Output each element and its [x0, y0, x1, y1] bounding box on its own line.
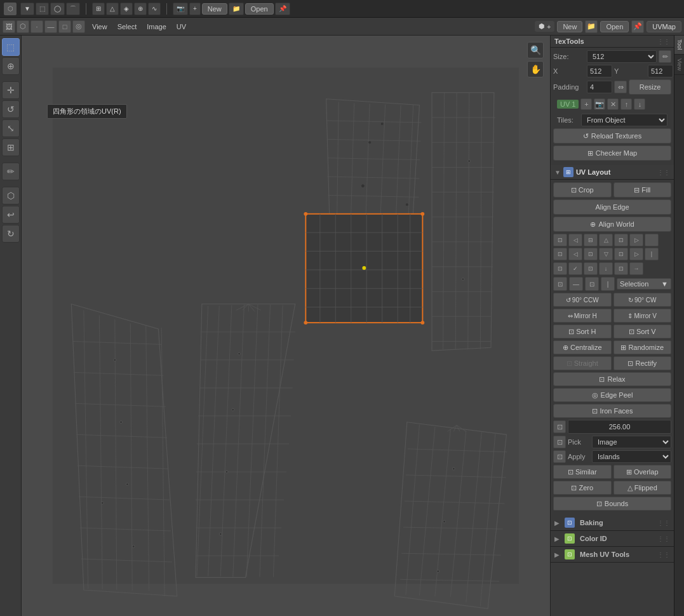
cursor-tool[interactable]: ⊕: [2, 57, 20, 75]
x-input[interactable]: [587, 65, 612, 77]
face-mode[interactable]: □: [58, 20, 71, 33]
rotate-ccw-btn[interactable]: ↺ 90° CCW: [553, 293, 612, 307]
rotate-tool[interactable]: ↺: [2, 100, 20, 118]
selection-dropdown[interactable]: Selection ▼: [617, 278, 671, 290]
viewport[interactable]: 四角形の領域のUV(R) 🔍 ✋: [22, 36, 550, 616]
color-id-header[interactable]: ▶ ⊡ Color ID ⋮⋮: [551, 531, 674, 547]
pin-btn-2[interactable]: 📌: [631, 20, 644, 33]
apply-icon[interactable]: ⊡: [553, 450, 566, 463]
sort-v-btn[interactable]: ⊡ Sort V: [614, 325, 672, 338]
align-edge-btn[interactable]: Align Edge: [553, 199, 671, 215]
tab-view[interactable]: View: [674, 55, 684, 75]
zero-btn[interactable]: ⊡ Zero: [553, 481, 612, 495]
uv-up-btn[interactable]: ↑: [620, 98, 632, 110]
relax-btn[interactable]: ⊡ Relax: [553, 372, 671, 386]
mesh-uv-header[interactable]: ▶ ⊡ Mesh UV Tools ⋮⋮: [551, 547, 674, 563]
checker-map-btn[interactable]: ⊞ Checker Map: [553, 145, 671, 161]
uv-layout-header[interactable]: ▼ ⊞ UV Layout ⋮⋮: [551, 165, 674, 180]
add-view[interactable]: +: [547, 23, 551, 30]
fill-btn[interactable]: ⊟ Fill: [614, 182, 672, 198]
randomize-btn[interactable]: ⊞ Randomize: [614, 340, 672, 354]
sel-minus-btn[interactable]: ⊡: [553, 277, 567, 291]
mesh-uv-dots[interactable]: ⋮⋮: [657, 551, 670, 558]
lasso-btn[interactable]: ⌒: [66, 3, 80, 15]
crop-btn[interactable]: ⊡ Crop: [553, 182, 612, 198]
align-world-btn[interactable]: ⊕ Align World: [553, 217, 671, 232]
new-btn-2[interactable]: New: [557, 21, 582, 32]
pin-icon[interactable]: 📌: [275, 3, 290, 15]
select-box-btn[interactable]: ⬚: [36, 3, 49, 15]
relax-tool[interactable]: ↩: [2, 206, 20, 224]
size-256-icon[interactable]: ⊡: [553, 420, 566, 433]
padding-icon[interactable]: ⇔: [614, 81, 627, 93]
grid-btn-b[interactable]: ◁: [568, 248, 582, 260]
sort-h-btn[interactable]: ⊡ Sort H: [553, 325, 612, 338]
grid-btn-m[interactable]: →: [629, 262, 643, 275]
edit-mode-btn[interactable]: ⬡: [17, 20, 29, 33]
folder-icon[interactable]: 📁: [229, 3, 244, 15]
grid-btn-j[interactable]: ⊡: [584, 262, 598, 275]
resize-btn[interactable]: Resize: [629, 79, 671, 95]
grid-btn-2[interactable]: ◁: [568, 234, 582, 246]
tab-tool[interactable]: Tool: [674, 36, 684, 55]
pick-select[interactable]: Image Color: [592, 436, 671, 448]
uv-add-btn[interactable]: +: [580, 98, 592, 110]
reload-textures-btn[interactable]: ↺ Reload Textures: [553, 128, 671, 144]
folder-btn-2[interactable]: 📁: [585, 20, 598, 33]
grid-btn-6[interactable]: ▷: [629, 234, 643, 246]
pan-btn[interactable]: ✋: [527, 61, 544, 77]
size-256-input[interactable]: [568, 420, 671, 434]
pick-icon[interactable]: ⊡: [553, 436, 566, 448]
overlay-btn[interactable]: ◎: [72, 20, 85, 33]
straight-btn[interactable]: ⊡ Straight: [553, 356, 612, 370]
scale-tool[interactable]: ⤡: [2, 119, 20, 137]
transform-tool[interactable]: ⊞: [2, 138, 20, 156]
padding-input[interactable]: [587, 81, 612, 93]
tiles-select[interactable]: From Object Manual: [581, 114, 667, 126]
uv-x-btn[interactable]: ✕: [607, 98, 619, 110]
select-menu[interactable]: Select: [113, 22, 142, 32]
open-button[interactable]: Open: [245, 3, 274, 15]
sculpt-icon[interactable]: ◈: [120, 3, 133, 15]
annotate-tool[interactable]: ✏: [2, 163, 20, 180]
add-btn[interactable]: +: [189, 3, 201, 15]
grid-btn-1[interactable]: ⊡: [553, 234, 567, 246]
uv-camera-btn[interactable]: 📷: [594, 98, 605, 110]
grid-btn-l[interactable]: ⊡: [614, 262, 628, 275]
vertex-mode[interactable]: ·: [30, 20, 43, 33]
grid-btn-c[interactable]: ⊡: [584, 248, 598, 260]
grid-btn-d[interactable]: ▽: [599, 248, 613, 260]
pinch-tool[interactable]: ↻: [2, 225, 20, 243]
size-select[interactable]: 512 1024 2048: [587, 50, 657, 63]
sel-plus-btn[interactable]: ⊡: [585, 277, 599, 291]
move-tool[interactable]: ✛: [2, 81, 20, 99]
grid-btn-f[interactable]: ▷: [629, 248, 643, 260]
grid-btn-i[interactable]: ✓: [568, 262, 582, 275]
centralize-btn[interactable]: ⊕ Centralize: [553, 340, 612, 354]
grid-btn-h[interactable]: ⊡: [553, 262, 567, 275]
select-tool[interactable]: ⬚: [2, 38, 20, 56]
size-edit-icon[interactable]: ✏: [659, 50, 671, 63]
textools-options[interactable]: ⋮⋮: [657, 38, 670, 45]
image-menu[interactable]: Image: [142, 22, 171, 32]
color-id-dots[interactable]: ⋮⋮: [657, 535, 670, 542]
apply-select[interactable]: Islands Faces: [592, 450, 671, 463]
select-circle-btn[interactable]: ◯: [50, 3, 65, 15]
bounds-btn[interactable]: ⊡ Bounds: [553, 497, 671, 511]
mirror-h-btn[interactable]: ⇔ Mirror H: [553, 309, 612, 323]
sel-bar-btn[interactable]: |: [601, 277, 615, 291]
grid-btn-3[interactable]: ⊟: [584, 234, 598, 246]
similar-btn[interactable]: ⊡ Similar: [553, 465, 612, 479]
uv-down-btn[interactable]: ↓: [634, 98, 645, 110]
uv-editor-icon[interactable]: 🖼: [3, 20, 15, 33]
mirror-v-btn[interactable]: ⇕ Mirror V: [614, 309, 672, 323]
wave-icon[interactable]: ∿: [148, 3, 161, 15]
view-menu[interactable]: View: [88, 22, 112, 32]
edge-mode[interactable]: —: [44, 20, 57, 33]
rectify-btn[interactable]: ⊡ Rectify: [614, 356, 672, 370]
uv-menu[interactable]: UV: [172, 22, 191, 32]
uv-layout-options[interactable]: ⋮⋮: [657, 169, 670, 176]
camera-icon[interactable]: 📷: [173, 3, 188, 15]
baking-dots[interactable]: ⋮⋮: [657, 519, 670, 526]
grid-btn-5[interactable]: ⊡: [614, 234, 628, 246]
